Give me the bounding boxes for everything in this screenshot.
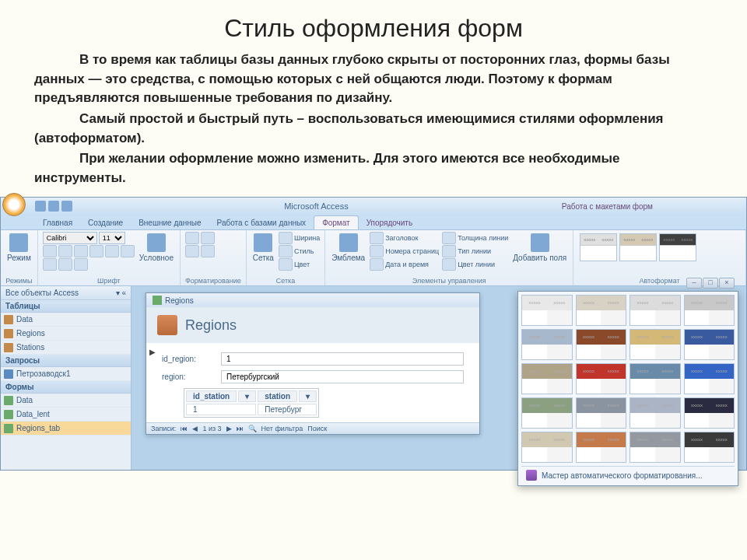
autoformat-style-thumb[interactable]: xxxxxxxxxx	[630, 329, 681, 360]
field-value-id-region[interactable]: 1	[221, 352, 464, 366]
close-button[interactable]: ×	[719, 278, 735, 289]
font-color-button[interactable]	[43, 258, 57, 271]
autoformat-style-thumb[interactable]: xxxxxxxxxx	[576, 397, 627, 429]
tab-arrange[interactable]: Упорядочить	[359, 216, 421, 229]
autoformat-style-thumb[interactable]: xxxxxxxxxx	[521, 363, 573, 394]
autoformat-style-thumb[interactable]: xxxxxxxxxx	[576, 363, 627, 394]
nav-pane-header[interactable]: Все объекты Access▾ «	[1, 286, 131, 300]
font-size-select[interactable]: 11	[99, 232, 125, 244]
col-header[interactable]: station	[258, 390, 297, 402]
form-window-titlebar[interactable]: Regions	[146, 293, 479, 307]
qat-save-icon[interactable]	[35, 201, 46, 212]
col-header[interactable]: id_station	[186, 390, 237, 402]
office-button[interactable]	[2, 193, 26, 216]
tab-create[interactable]: Создание	[80, 216, 131, 229]
emblem-button[interactable]: Эмблема	[330, 232, 366, 264]
format-btn[interactable]	[201, 232, 215, 244]
fill-color-button[interactable]	[58, 258, 72, 271]
nav-item-form[interactable]: Data	[1, 394, 131, 408]
pagenum-checkbox[interactable]	[370, 245, 384, 257]
chevron-down-icon[interactable]: ▾ «	[116, 289, 126, 297]
autoformat-wizard-link[interactable]: Мастер автоматического форматирования...	[521, 466, 735, 482]
view-mode-button[interactable]: Режим	[5, 232, 33, 264]
recordnav-filter[interactable]: Нет фильтра	[261, 425, 303, 432]
format-btn[interactable]	[185, 245, 199, 257]
recordnav-next[interactable]: ▶	[226, 425, 232, 432]
qat-redo-icon[interactable]	[61, 201, 72, 212]
line-type-button[interactable]	[442, 245, 456, 257]
autoformat-style-thumb[interactable]: xxxxxxxxxx	[521, 329, 573, 360]
grid-button[interactable]: Сетка	[251, 232, 275, 264]
grid-icon	[254, 233, 272, 252]
autoformat-style-thumb[interactable]: xxxxxxxxxx	[630, 397, 681, 429]
autoformat-style-thumb[interactable]: xxxxxxxxxx	[521, 432, 573, 463]
tab-format[interactable]: Формат	[314, 215, 359, 229]
datetime-cb-label: Дата и время	[385, 261, 429, 268]
nav-item-form[interactable]: Regions_tab	[1, 422, 131, 436]
nav-group-forms[interactable]: Формы	[1, 381, 131, 394]
italic-button[interactable]	[58, 245, 72, 257]
recordnav-last[interactable]: ⏭	[237, 425, 244, 432]
table-icon	[4, 315, 13, 324]
bold-button[interactable]	[43, 245, 57, 257]
autoformat-thumb[interactable]: xxxxxxxxxx	[580, 233, 617, 261]
app-title: Microsoft Access	[79, 201, 554, 211]
table-row[interactable]: 1Петербург	[186, 404, 317, 415]
nav-item-table[interactable]: Regions	[1, 327, 131, 341]
conditional-format-button[interactable]: Условное	[138, 232, 175, 264]
recordnav-search[interactable]: Поиск	[307, 425, 327, 432]
maximize-button[interactable]: □	[703, 278, 718, 289]
minimize-button[interactable]: –	[686, 278, 702, 289]
autoformat-style-thumb[interactable]: xxxxxxxxxx	[630, 363, 681, 394]
color-button[interactable]	[279, 258, 293, 271]
recordnav-prev[interactable]: ◀	[192, 425, 198, 432]
align-center-button[interactable]	[105, 245, 119, 257]
autoformat-style-thumb[interactable]: xxxxxxxxxx	[684, 329, 735, 360]
nav-item-table[interactable]: Data	[1, 313, 131, 327]
autoformat-style-thumb[interactable]: xxxxxxxxxx	[521, 397, 573, 429]
add-fields-button[interactable]: Добавить поля	[511, 232, 568, 264]
autoformat-style-thumb[interactable]: xxxxxxxxxx	[576, 432, 627, 463]
nav-group-queries[interactable]: Запросы	[1, 355, 131, 367]
font-name-select[interactable]: Calibri	[43, 232, 97, 244]
nav-item-table[interactable]: Stations	[1, 341, 131, 355]
style-button[interactable]	[279, 245, 293, 257]
nav-item-form[interactable]: Data_lent	[1, 408, 131, 422]
tab-home[interactable]: Главная	[35, 216, 80, 229]
alt-color-button[interactable]	[74, 258, 88, 271]
nav-item-query[interactable]: Петрозаводск1	[1, 367, 131, 381]
form-icon	[4, 396, 13, 405]
recordnav-first[interactable]: ⏮	[181, 425, 188, 432]
width-button[interactable]	[279, 232, 293, 244]
autoformat-style-thumb[interactable]: xxxxxxxxxx	[684, 295, 735, 326]
format-btn[interactable]	[201, 245, 215, 257]
format-btn[interactable]	[185, 232, 199, 244]
qat-undo-icon[interactable]	[48, 201, 59, 212]
tab-database-tools[interactable]: Работа с базами данных	[209, 216, 314, 229]
header-checkbox[interactable]	[370, 232, 384, 244]
line-thickness-button[interactable]	[442, 232, 456, 244]
underline-button[interactable]	[74, 245, 88, 257]
align-right-button[interactable]	[121, 245, 135, 257]
autoformat-style-thumb[interactable]: xxxxxxxxxx	[684, 363, 735, 394]
autoformat-thumb[interactable]: xxxxxxxxxx	[659, 233, 696, 261]
tab-external-data[interactable]: Внешние данные	[131, 216, 209, 229]
autoformat-style-thumb[interactable]: xxxxxxxxxx	[521, 295, 573, 326]
nav-group-tables[interactable]: Таблицы	[1, 300, 131, 313]
field-value-region[interactable]: Петербургский	[221, 370, 464, 383]
autoformat-style-thumb[interactable]: xxxxxxxxxx	[684, 397, 735, 429]
ribbon-group-font: Calibri 11	[38, 230, 181, 285]
group-label: Сетка	[251, 276, 320, 285]
align-left-button[interactable]	[89, 245, 103, 257]
autoformat-style-thumb[interactable]: xxxxxxxxxx	[630, 432, 681, 463]
autoformat-thumb[interactable]: xxxxxxxxxx	[619, 233, 657, 261]
autoformat-style-thumb[interactable]: xxxxxxxxxx	[576, 329, 627, 360]
line-color-button[interactable]	[442, 258, 456, 271]
workspace: Все объекты Access▾ « Таблицы Data Regio…	[1, 286, 746, 470]
autoformat-style-thumb[interactable]: xxxxxxxxxx	[684, 432, 735, 463]
datetime-checkbox[interactable]	[370, 258, 384, 271]
autoformat-style-thumb[interactable]: xxxxxxxxxx	[630, 295, 681, 326]
form-icon	[4, 424, 13, 433]
autoformat-gallery[interactable]: xxxxxxxxxx xxxxxxxxxx xxxxxxxxxx	[578, 232, 698, 263]
autoformat-style-thumb[interactable]: xxxxxxxxxx	[576, 295, 627, 326]
